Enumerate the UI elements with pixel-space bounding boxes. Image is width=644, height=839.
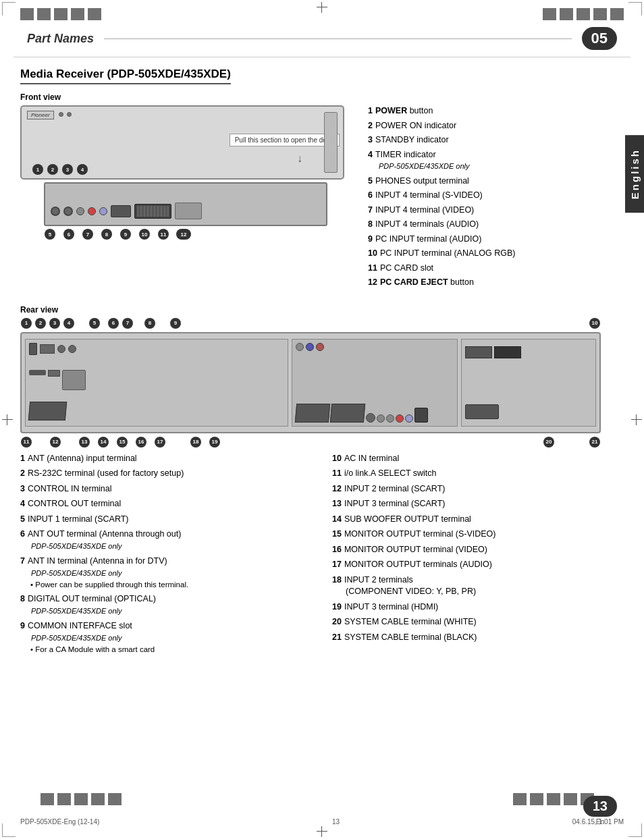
rear-list-item: 18INPUT 2 terminals(COMPONENT VIDEO: Y, … [332, 574, 624, 598]
rear-list-item: 3CONTROL IN terminal [20, 483, 312, 495]
common-interface [62, 370, 86, 390]
rear-list-item: 9COMMON INTERFACE slotPDP-505XDE/435XDE … [20, 620, 312, 655]
control-in [57, 345, 65, 353]
front-list-item: 6INPUT 4 terminal (S-VIDEO) [368, 190, 624, 202]
rear-list-right: 10AC IN terminal11i/o link.A SELECT swit… [332, 453, 624, 659]
item-number: 4 [368, 150, 373, 159]
pioneer-logo: Pioneer [27, 111, 54, 119]
front-num-5: 5 [45, 229, 55, 240]
item-number: 6 [368, 190, 373, 200]
monitor-svideo [377, 414, 385, 423]
subwoofer-out [366, 413, 375, 423]
front-list-item: 2POWER ON indicator [368, 120, 624, 132]
rear-list-left: 1ANT (Antenna) input terminal2RS-232C te… [20, 453, 312, 659]
rear-device-diagram [20, 332, 601, 433]
eject-area [324, 112, 338, 173]
item-number: 2 [368, 121, 373, 130]
rear-num-bottom-row: 11 12 13 14 15 16 17 18 19 20 21 [20, 437, 601, 448]
cross-mark-left [2, 414, 13, 425]
pc-input-connector [111, 205, 131, 217]
ant-connector [29, 343, 37, 355]
rear-list-item: 10AC IN terminal [332, 453, 624, 465]
corner-mark-tl [2, 2, 16, 16]
system-cable-black [494, 346, 521, 358]
page-header: Part Names 05 [14, 20, 630, 57]
hdmi-connector [414, 408, 428, 423]
front-num-10: 10 [139, 229, 150, 240]
rear-list-item: 6ANT OUT terminal (Antenna through out)P… [20, 529, 312, 552]
scart-3 [330, 404, 365, 423]
rear-list-item: 17MONITOR OUTPUT terminals (AUDIO) [332, 559, 624, 571]
item-number: 9 [368, 234, 373, 244]
front-list-item: 7INPUT 4 terminal (VIDEO) [368, 205, 624, 217]
rear-list-item: 19INPUT 3 terminal (HDMI) [332, 601, 624, 614]
front-num-row-bottom: 5 6 7 8 9 10 11 12 [44, 229, 351, 240]
front-item-list: 1POWER button2POWER ON indicator3STANDBY… [368, 105, 624, 292]
rear-lists: 1ANT (Antenna) input terminal2RS-232C te… [20, 453, 624, 659]
control-out [68, 345, 76, 353]
front-view-label: Front view [20, 92, 624, 102]
item-number: 1 [368, 106, 373, 115]
rear-view-section: Rear view 1 2 3 4 5 6 7 8 [20, 305, 624, 659]
indicator-dot [59, 112, 63, 117]
ant-out [29, 370, 46, 375]
item-number: 12 [368, 277, 377, 287]
front-num-12: 12 [176, 229, 191, 240]
front-num-1: 1 [32, 164, 43, 175]
cross-mark-right [631, 414, 642, 425]
scart-2 [295, 404, 330, 423]
front-list-item: 3STANDBY indicator [368, 134, 624, 146]
rear-list-item: 15MONITOR OUTPUT terminal (S-VIDEO) [332, 529, 624, 541]
power-inlet [465, 404, 499, 419]
front-num-7: 7 [82, 229, 93, 240]
monitor-audio-l [396, 414, 404, 423]
system-cable-white [465, 346, 492, 358]
indicator-dot2 [67, 112, 72, 117]
front-list-item: 10PC INPUT terminal (ANALOG RGB) [368, 248, 624, 260]
footer-center: 13 [332, 818, 340, 826]
audio-rca-l [88, 207, 96, 215]
cross-mark-top [317, 2, 327, 13]
card-slot [175, 202, 202, 219]
section-title: Media Receiver (PDP-505XDE/435XDE) [20, 67, 231, 84]
scart-1 [28, 402, 67, 421]
front-num-11: 11 [158, 229, 169, 240]
rear-num-top-row: 1 2 3 4 5 6 7 8 9 10 [20, 318, 601, 329]
comp-pb [306, 343, 314, 351]
header-divider [104, 38, 571, 39]
front-num-2: 2 [47, 164, 58, 175]
rear-list-item: 14SUB WOOFER OUTPUT terminal [332, 514, 624, 526]
deco-strip-top [20, 8, 101, 20]
pull-label: Pull this section to open the door. [230, 134, 340, 146]
rear-list-item: 20SYSTEM CABLE terminal (WHITE) [332, 616, 624, 628]
front-list-item: 1POWER button [368, 105, 624, 117]
item-number: 5 [368, 176, 373, 186]
headphone-jack [51, 207, 60, 216]
footer-left: PDP-505XDE-Eng (12-14) [20, 818, 99, 826]
rear-list-item: 2RS-232C terminal (used for factory setu… [20, 468, 312, 480]
rear-list-item: 7ANT IN terminal (Antenna in for DTV)PDP… [20, 556, 312, 590]
chapter-badge: 05 [582, 27, 617, 50]
deco-strip-top2 [543, 8, 624, 20]
rear-list-item: 1ANT (Antenna) input terminal [20, 453, 312, 465]
audio-rca-r [99, 207, 107, 215]
front-lower-panel [44, 182, 327, 226]
front-list-item: 9PC INPUT terminal (AUDIO) [368, 234, 624, 246]
rear-list-item: 5INPUT 1 terminal (SCART) [20, 514, 312, 526]
rear-list-item: 13INPUT 3 terminal (SCART) [332, 498, 624, 510]
rear-list-item: 11i/o link.A SELECT switch [332, 468, 624, 480]
item-number: 3 [368, 135, 373, 144]
front-num-9: 9 [120, 229, 131, 240]
rs232-connector [40, 344, 55, 354]
cross-mark-bottom [317, 826, 327, 837]
monitor-audio-r [405, 414, 413, 423]
item-number: 8 [368, 219, 373, 229]
front-list-item: 4TIMER indicatorPDP-505XDE/435XDE only [368, 149, 624, 173]
front-list-item: 11PC CARD slot [368, 263, 624, 275]
rear-list-item: 21SYSTEM CABLE terminal (BLACK) [332, 632, 624, 644]
front-list-item: 12PC CARD EJECT button [368, 277, 624, 289]
front-num-8: 8 [101, 229, 112, 240]
footer-en: En [596, 818, 604, 826]
front-diagram: Pioneer 1 2 3 4 Pull this section to ope… [20, 105, 351, 292]
english-tab: English [625, 135, 644, 213]
